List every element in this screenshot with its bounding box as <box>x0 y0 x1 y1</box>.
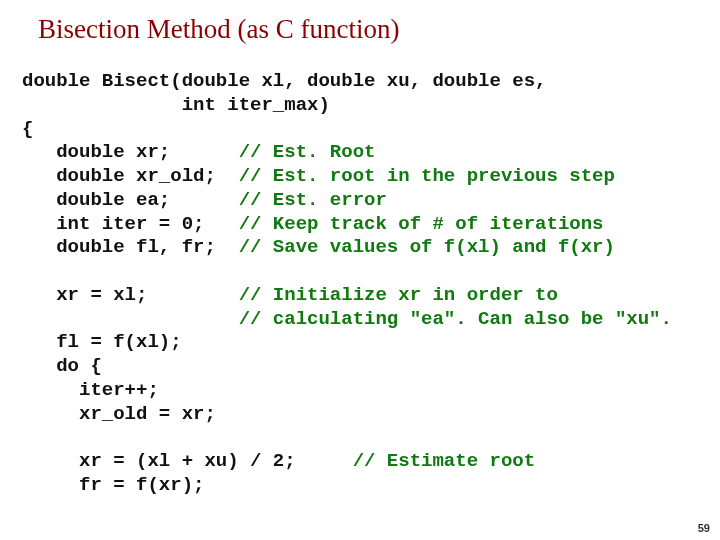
code-line: fr = f(xr); <box>22 474 204 496</box>
code-line: double Bisect(double xl, double xu, doub… <box>22 70 547 92</box>
code-line: int iter = 0; <box>22 213 239 235</box>
code-line: xr_old = xr; <box>22 403 216 425</box>
code-line: do { <box>22 355 102 377</box>
code-comment: // Est. Root <box>239 141 376 163</box>
code-comment: // calculating "ea". Can also be "xu". <box>239 308 672 330</box>
code-block: double Bisect(double xl, double xu, doub… <box>22 70 672 498</box>
code-line: int iter_max) <box>22 94 330 116</box>
slide: Bisection Method (as C function) double … <box>0 0 720 540</box>
code-line: fl = f(xl); <box>22 331 182 353</box>
page-number: 59 <box>698 522 710 534</box>
code-comment: // Save values of f(xl) and f(xr) <box>239 236 615 258</box>
code-line: double fl, fr; <box>22 236 239 258</box>
code-line: double ea; <box>22 189 239 211</box>
code-comment: // Est. root in the previous step <box>239 165 615 187</box>
code-comment: // Keep track of # of iterations <box>239 213 604 235</box>
code-comment: // Estimate root <box>353 450 535 472</box>
code-line: { <box>22 118 33 140</box>
code-line: xr = xl; <box>22 284 239 306</box>
slide-title: Bisection Method (as C function) <box>38 14 399 45</box>
code-line: double xr; <box>22 141 239 163</box>
code-line <box>22 308 239 330</box>
code-comment: // Est. error <box>239 189 387 211</box>
code-line: double xr_old; <box>22 165 239 187</box>
code-comment: // Initialize xr in order to <box>239 284 558 306</box>
code-line: iter++; <box>22 379 159 401</box>
code-line: xr = (xl + xu) / 2; <box>22 450 353 472</box>
